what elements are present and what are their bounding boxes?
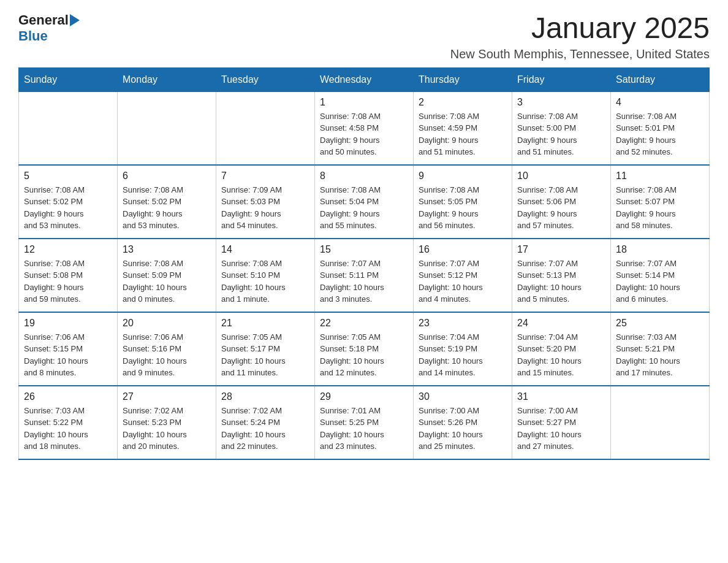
day-number: 7 bbox=[221, 170, 309, 182]
page-header: General Blue January 2025 New South Memp… bbox=[18, 12, 710, 61]
day-number: 4 bbox=[616, 97, 704, 108]
calendar-cell bbox=[611, 386, 710, 459]
day-number: 23 bbox=[419, 318, 507, 329]
calendar-cell: 8Sunrise: 7:08 AMSunset: 5:04 PMDaylight… bbox=[315, 165, 414, 239]
calendar-cell: 10Sunrise: 7:08 AMSunset: 5:06 PMDayligh… bbox=[512, 165, 611, 239]
calendar-cell: 17Sunrise: 7:07 AMSunset: 5:13 PMDayligh… bbox=[512, 239, 611, 312]
calendar-cell bbox=[118, 91, 216, 165]
day-info: Sunrise: 7:07 AMSunset: 5:14 PMDaylight:… bbox=[616, 258, 704, 305]
calendar-cell: 6Sunrise: 7:08 AMSunset: 5:02 PMDaylight… bbox=[118, 165, 216, 239]
calendar-cell: 16Sunrise: 7:07 AMSunset: 5:12 PMDayligh… bbox=[414, 239, 512, 312]
day-info: Sunrise: 7:02 AMSunset: 5:23 PMDaylight:… bbox=[123, 405, 211, 453]
day-info: Sunrise: 7:06 AMSunset: 5:15 PMDaylight:… bbox=[24, 331, 112, 379]
calendar-cell: 19Sunrise: 7:06 AMSunset: 5:15 PMDayligh… bbox=[19, 312, 118, 386]
day-info: Sunrise: 7:04 AMSunset: 5:20 PMDaylight:… bbox=[517, 331, 605, 379]
calendar-cell bbox=[216, 91, 315, 165]
weekday-header-thursday: Thursday bbox=[414, 67, 512, 91]
calendar-cell: 4Sunrise: 7:08 AMSunset: 5:01 PMDaylight… bbox=[611, 91, 710, 165]
day-info: Sunrise: 7:07 AMSunset: 5:13 PMDaylight:… bbox=[517, 258, 605, 305]
day-number: 5 bbox=[24, 170, 112, 182]
day-number: 17 bbox=[517, 244, 605, 255]
day-number: 18 bbox=[616, 244, 704, 255]
weekday-header-friday: Friday bbox=[512, 67, 611, 91]
location-title: New South Memphis, Tennessee, United Sta… bbox=[450, 47, 710, 61]
calendar-cell: 5Sunrise: 7:08 AMSunset: 5:02 PMDaylight… bbox=[19, 165, 118, 239]
day-info: Sunrise: 7:08 AMSunset: 5:01 PMDaylight:… bbox=[616, 110, 704, 158]
day-number: 9 bbox=[419, 170, 507, 182]
month-title: January 2025 bbox=[450, 12, 710, 45]
day-number: 12 bbox=[24, 244, 112, 255]
day-number: 29 bbox=[320, 391, 408, 402]
day-info: Sunrise: 7:08 AMSunset: 5:09 PMDaylight:… bbox=[123, 258, 211, 305]
day-number: 14 bbox=[221, 244, 309, 255]
calendar-cell: 7Sunrise: 7:09 AMSunset: 5:03 PMDaylight… bbox=[216, 165, 315, 239]
day-info: Sunrise: 7:05 AMSunset: 5:18 PMDaylight:… bbox=[320, 331, 408, 379]
calendar-week-row: 19Sunrise: 7:06 AMSunset: 5:15 PMDayligh… bbox=[19, 312, 710, 386]
day-number: 16 bbox=[419, 244, 507, 255]
calendar-week-row: 26Sunrise: 7:03 AMSunset: 5:22 PMDayligh… bbox=[19, 386, 710, 459]
calendar-cell: 14Sunrise: 7:08 AMSunset: 5:10 PMDayligh… bbox=[216, 239, 315, 312]
day-info: Sunrise: 7:08 AMSunset: 5:08 PMDaylight:… bbox=[24, 258, 112, 305]
title-block: January 2025 New South Memphis, Tennesse… bbox=[450, 12, 710, 61]
day-number: 13 bbox=[123, 244, 211, 255]
calendar-cell: 13Sunrise: 7:08 AMSunset: 5:09 PMDayligh… bbox=[118, 239, 216, 312]
day-info: Sunrise: 7:08 AMSunset: 5:07 PMDaylight:… bbox=[616, 184, 704, 232]
calendar-cell: 25Sunrise: 7:03 AMSunset: 5:21 PMDayligh… bbox=[611, 312, 710, 386]
day-info: Sunrise: 7:03 AMSunset: 5:22 PMDaylight:… bbox=[24, 405, 112, 453]
calendar-cell: 27Sunrise: 7:02 AMSunset: 5:23 PMDayligh… bbox=[118, 386, 216, 459]
day-info: Sunrise: 7:08 AMSunset: 4:59 PMDaylight:… bbox=[419, 110, 507, 158]
day-number: 27 bbox=[123, 391, 211, 402]
calendar-cell: 2Sunrise: 7:08 AMSunset: 4:59 PMDaylight… bbox=[414, 91, 512, 165]
day-info: Sunrise: 7:03 AMSunset: 5:21 PMDaylight:… bbox=[616, 331, 704, 379]
calendar-cell: 24Sunrise: 7:04 AMSunset: 5:20 PMDayligh… bbox=[512, 312, 611, 386]
calendar-cell: 28Sunrise: 7:02 AMSunset: 5:24 PMDayligh… bbox=[216, 386, 315, 459]
day-info: Sunrise: 7:08 AMSunset: 5:00 PMDaylight:… bbox=[517, 110, 605, 158]
calendar-cell: 3Sunrise: 7:08 AMSunset: 5:00 PMDaylight… bbox=[512, 91, 611, 165]
weekday-header-sunday: Sunday bbox=[19, 67, 118, 91]
day-info: Sunrise: 7:02 AMSunset: 5:24 PMDaylight:… bbox=[221, 405, 309, 453]
day-number: 10 bbox=[517, 170, 605, 182]
calendar-week-row: 1Sunrise: 7:08 AMSunset: 4:58 PMDaylight… bbox=[19, 91, 710, 165]
logo-blue-text: Blue bbox=[18, 28, 48, 44]
calendar-cell: 15Sunrise: 7:07 AMSunset: 5:11 PMDayligh… bbox=[315, 239, 414, 312]
day-info: Sunrise: 7:08 AMSunset: 5:02 PMDaylight:… bbox=[123, 184, 211, 232]
calendar-cell: 29Sunrise: 7:01 AMSunset: 5:25 PMDayligh… bbox=[315, 386, 414, 459]
day-number: 15 bbox=[320, 244, 408, 255]
logo: General Blue bbox=[18, 12, 81, 44]
calendar-week-row: 12Sunrise: 7:08 AMSunset: 5:08 PMDayligh… bbox=[19, 239, 710, 312]
day-info: Sunrise: 7:08 AMSunset: 4:58 PMDaylight:… bbox=[320, 110, 408, 158]
day-info: Sunrise: 7:06 AMSunset: 5:16 PMDaylight:… bbox=[123, 331, 211, 379]
day-info: Sunrise: 7:08 AMSunset: 5:10 PMDaylight:… bbox=[221, 258, 309, 305]
logo-arrow-icon bbox=[70, 14, 80, 26]
day-info: Sunrise: 7:07 AMSunset: 5:12 PMDaylight:… bbox=[419, 258, 507, 305]
day-number: 2 bbox=[419, 97, 507, 108]
day-number: 24 bbox=[517, 318, 605, 329]
day-number: 11 bbox=[616, 170, 704, 182]
calendar-cell: 30Sunrise: 7:00 AMSunset: 5:26 PMDayligh… bbox=[414, 386, 512, 459]
logo-general-text: General bbox=[18, 12, 69, 28]
calendar-cell: 20Sunrise: 7:06 AMSunset: 5:16 PMDayligh… bbox=[118, 312, 216, 386]
day-info: Sunrise: 7:04 AMSunset: 5:19 PMDaylight:… bbox=[419, 331, 507, 379]
day-info: Sunrise: 7:08 AMSunset: 5:06 PMDaylight:… bbox=[517, 184, 605, 232]
day-info: Sunrise: 7:09 AMSunset: 5:03 PMDaylight:… bbox=[221, 184, 309, 232]
day-number: 22 bbox=[320, 318, 408, 329]
calendar-cell: 22Sunrise: 7:05 AMSunset: 5:18 PMDayligh… bbox=[315, 312, 414, 386]
calendar-week-row: 5Sunrise: 7:08 AMSunset: 5:02 PMDaylight… bbox=[19, 165, 710, 239]
day-number: 26 bbox=[24, 391, 112, 402]
weekday-header-wednesday: Wednesday bbox=[315, 67, 414, 91]
day-info: Sunrise: 7:00 AMSunset: 5:27 PMDaylight:… bbox=[517, 405, 605, 453]
day-number: 8 bbox=[320, 170, 408, 182]
day-number: 19 bbox=[24, 318, 112, 329]
calendar-cell: 9Sunrise: 7:08 AMSunset: 5:05 PMDaylight… bbox=[414, 165, 512, 239]
day-number: 31 bbox=[517, 391, 605, 402]
day-number: 25 bbox=[616, 318, 704, 329]
day-number: 3 bbox=[517, 97, 605, 108]
day-info: Sunrise: 7:00 AMSunset: 5:26 PMDaylight:… bbox=[419, 405, 507, 453]
calendar-cell: 31Sunrise: 7:00 AMSunset: 5:27 PMDayligh… bbox=[512, 386, 611, 459]
calendar-body: 1Sunrise: 7:08 AMSunset: 4:58 PMDaylight… bbox=[19, 91, 710, 459]
calendar-header: SundayMondayTuesdayWednesdayThursdayFrid… bbox=[19, 67, 710, 91]
day-number: 1 bbox=[320, 97, 408, 108]
day-info: Sunrise: 7:07 AMSunset: 5:11 PMDaylight:… bbox=[320, 258, 408, 305]
calendar-table: SundayMondayTuesdayWednesdayThursdayFrid… bbox=[18, 67, 710, 460]
calendar-cell: 1Sunrise: 7:08 AMSunset: 4:58 PMDaylight… bbox=[315, 91, 414, 165]
